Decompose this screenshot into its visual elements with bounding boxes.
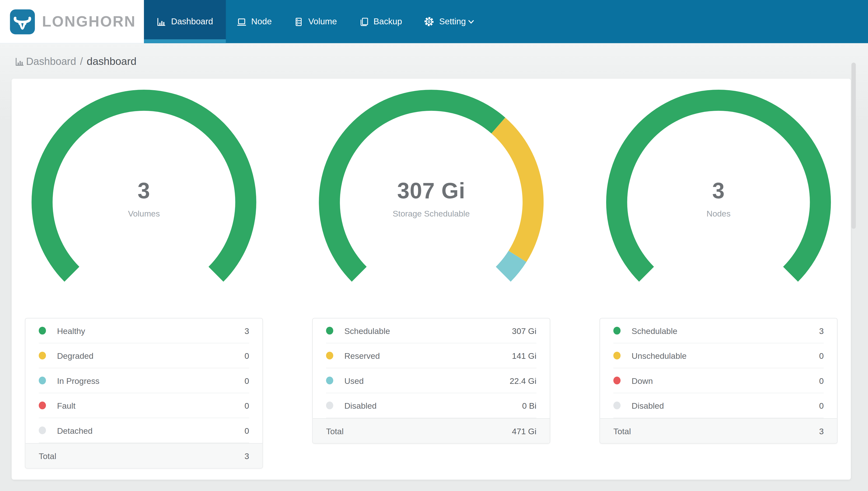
total-value: 3: [819, 426, 824, 435]
status-dot: [326, 377, 333, 384]
status-dot: [39, 426, 46, 434]
legend-row: Detached0: [39, 418, 249, 443]
legend-row: Used22.4 Gi: [326, 368, 536, 393]
tab-label: Node: [251, 17, 272, 27]
gear-icon: [424, 17, 434, 27]
legend-value: 0 Bi: [522, 401, 536, 410]
legend-label: Down: [632, 376, 819, 385]
tab-node[interactable]: Node: [226, 0, 283, 43]
gauge-value: 3: [25, 178, 263, 203]
gauge-label: Volumes: [25, 209, 263, 218]
legend-value: 0: [819, 376, 824, 385]
status-dot: [326, 352, 333, 359]
tab-dashboard[interactable]: Dashboard: [144, 0, 226, 43]
status-dot: [326, 327, 333, 335]
legend-value: 0: [244, 401, 249, 410]
legend-label: Disabled: [632, 401, 819, 410]
brand-name: LONGHORN: [42, 13, 136, 30]
total-value: 3: [244, 451, 249, 461]
gauge-panel-volumes: 3VolumesHealthy3Degraded0In Progress0Fau…: [25, 83, 263, 469]
gauge-label: Storage Schedulable: [312, 209, 550, 218]
legend-label: Schedulable: [632, 326, 819, 335]
gauge-center: 3Nodes: [599, 178, 838, 218]
legend-row: Down0: [613, 368, 824, 393]
status-dot: [39, 352, 46, 359]
legend-row: Unschedulable0: [613, 343, 824, 368]
legend-value: 22.4 Gi: [510, 376, 536, 385]
gauge-panel-nodes: 3NodesSchedulable3Unschedulable0Down0Dis…: [599, 83, 838, 469]
bar-chart-icon: [157, 17, 166, 26]
breadcrumb-separator: /: [80, 55, 83, 67]
legend-label: Used: [344, 376, 510, 385]
legend-value: 0: [819, 401, 824, 410]
scrollbar-thumb[interactable]: [851, 63, 856, 229]
legend-card: Healthy3Degraded0In Progress0Fault0Detac…: [25, 318, 263, 469]
legend-row: Schedulable3: [613, 318, 824, 343]
legend-row: Disabled0 Bi: [326, 393, 536, 418]
tab-label: Backup: [373, 17, 402, 27]
legend-value: 0: [819, 351, 824, 360]
legend-label: Schedulable: [344, 326, 512, 335]
breadcrumb-page: dashboard: [87, 55, 136, 67]
bar-chart-icon: [15, 57, 24, 66]
brand-logo-area[interactable]: LONGHORN: [0, 0, 144, 43]
legend-total-row: Total471 Gi: [313, 418, 550, 443]
legend-value: 141 Gi: [512, 351, 536, 360]
status-dot: [39, 327, 46, 335]
copy-icon: [359, 17, 368, 26]
legend-row: Reserved141 Gi: [326, 343, 536, 368]
top-nav-bar: LONGHORN DashboardNodeVolumeBackupSettin…: [0, 0, 868, 43]
legend-label: Detached: [57, 426, 244, 435]
legend-row: Healthy3: [39, 318, 249, 343]
breadcrumb-section[interactable]: Dashboard: [26, 55, 76, 67]
legend-value: 0: [244, 426, 249, 435]
legend-label: Disabled: [344, 401, 522, 410]
database-icon: [294, 17, 303, 26]
main-content: Dashboard / dashboard 3VolumesHealthy3De…: [0, 43, 868, 491]
legend-label: Reserved: [344, 351, 512, 360]
legend-value: 3: [819, 326, 824, 335]
legend-value: 0: [244, 351, 249, 360]
legend-value: 0: [244, 376, 249, 385]
legend-value: 3: [244, 326, 249, 335]
total-label: Total: [613, 426, 819, 435]
longhorn-logo: [10, 9, 35, 34]
total-label: Total: [39, 451, 245, 461]
status-dot: [613, 377, 620, 384]
legend-row: In Progress0: [39, 368, 249, 393]
tab-label: Volume: [308, 17, 337, 27]
bull-icon: [10, 9, 35, 34]
tab-setting[interactable]: Setting: [413, 0, 485, 43]
legend-value: 307 Gi: [512, 326, 536, 335]
nav-tabs: DashboardNodeVolumeBackupSetting: [144, 0, 485, 43]
gauge-chart: 3Volumes: [25, 83, 263, 318]
status-dot: [613, 327, 620, 335]
legend-card: Schedulable3Unschedulable0Down0Disabled0…: [599, 318, 838, 444]
legend-row: Schedulable307 Gi: [326, 318, 536, 343]
breadcrumb: Dashboard / dashboard: [15, 53, 857, 70]
legend-total-row: Total3: [26, 443, 262, 468]
status-dot: [326, 402, 333, 409]
gauge-center: 307 GiStorage Schedulable: [312, 178, 550, 218]
longhorn-app: LONGHORN DashboardNodeVolumeBackupSettin…: [0, 0, 868, 491]
total-value: 471 Gi: [512, 426, 536, 435]
legend-label: Degraded: [57, 351, 244, 360]
gauge-panels: 3VolumesHealthy3Degraded0In Progress0Fau…: [11, 79, 851, 469]
status-dot: [613, 352, 620, 359]
legend-card: Schedulable307 GiReserved141 GiUsed22.4 …: [312, 318, 550, 444]
legend-total-row: Total3: [600, 418, 837, 443]
gauge-center: 3Volumes: [25, 178, 263, 218]
total-label: Total: [326, 426, 512, 435]
legend-label: Fault: [57, 401, 244, 410]
gauge-value: 3: [599, 178, 838, 203]
gauge-label: Nodes: [599, 209, 838, 218]
legend-row: Disabled0: [613, 393, 824, 418]
status-dot: [613, 402, 620, 409]
dashboard-card: 3VolumesHealthy3Degraded0In Progress0Fau…: [11, 79, 851, 480]
tab-backup[interactable]: Backup: [348, 0, 413, 43]
legend-label: Healthy: [57, 326, 244, 335]
gauge-chart: 307 GiStorage Schedulable: [312, 83, 550, 318]
gauge-value: 307 Gi: [312, 178, 550, 203]
tab-volume[interactable]: Volume: [283, 0, 348, 43]
chevron-down-icon: [467, 19, 474, 24]
